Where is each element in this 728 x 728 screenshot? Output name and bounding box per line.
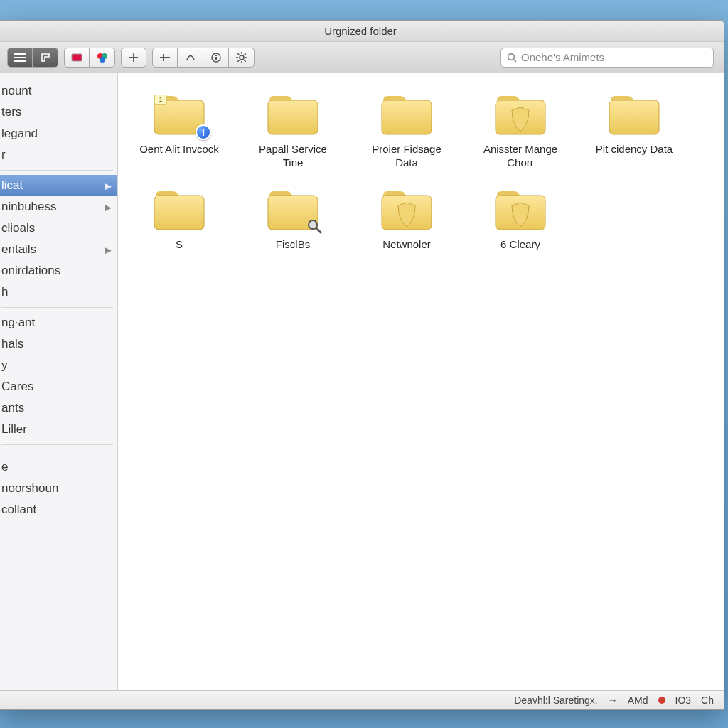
sidebar-item[interactable]: r	[0, 144, 117, 166]
folder-icon	[151, 188, 207, 232]
svg-point-7	[100, 57, 105, 63]
sidebar-item[interactable]: hals	[0, 333, 117, 355]
sidebar-item[interactable]: onirdations	[0, 260, 117, 282]
sidebar-separator	[1, 307, 113, 308]
magnify-badge-icon	[306, 218, 322, 234]
sidebar-item-label: ninbuhess	[1, 200, 57, 214]
sidebar-item-label: Cares	[1, 380, 33, 394]
folder-label: Oent Alit Invcock	[139, 143, 219, 156]
svg-rect-12	[215, 55, 217, 56]
folder-label: Pit cidency Data	[596, 143, 673, 156]
sidebar-item[interactable]: entails▶	[0, 239, 117, 260]
status-arrow-icon: →	[608, 695, 618, 706]
folder-item[interactable]: 1!Oent Alit Invcock	[134, 93, 225, 170]
tag-icon	[71, 53, 82, 62]
sidebar-item-label: licat	[1, 178, 23, 193]
folder-icon	[379, 188, 434, 232]
content-area[interactable]: 1!Oent Alit Invcock Papall Service Tine …	[118, 73, 724, 690]
gear-icon	[236, 52, 247, 63]
info-button[interactable]	[203, 48, 229, 68]
sidebar-item[interactable]: Cares	[0, 376, 117, 397]
sidebar-item-label: noorshoun	[1, 481, 58, 496]
svg-rect-3	[72, 54, 82, 61]
chevron-right-icon: ▶	[105, 245, 112, 255]
sidebar-item[interactable]: licat▶	[0, 175, 117, 196]
sidebar-item-label: clioals	[1, 221, 35, 235]
status-dot-icon	[658, 697, 665, 704]
status-bar: Deavhl:l Saretingx. → AMd IO3 Ch	[0, 690, 724, 709]
chevron-right-icon: ▶	[105, 202, 112, 213]
sidebar-item[interactable]: ninbuhess▶	[0, 196, 117, 218]
svg-rect-28	[609, 100, 659, 134]
svg-rect-26	[382, 100, 432, 134]
add-button[interactable]	[121, 48, 146, 68]
sidebar: nountterslegandrlicat▶ninbuhess▶clioalse…	[0, 73, 118, 690]
info-icon	[211, 53, 221, 63]
finder-window: Urgnized folder	[0, 20, 724, 710]
folder-icon	[265, 93, 321, 137]
path-view-button[interactable]	[33, 48, 58, 68]
svg-rect-1	[14, 57, 26, 58]
folder-icon	[379, 93, 434, 137]
folder-item[interactable]: Anisster Mange Chorr	[475, 93, 566, 170]
sidebar-item[interactable]: e	[0, 456, 117, 478]
search-field[interactable]	[500, 48, 714, 68]
sidebar-item-label: hals	[1, 337, 23, 351]
list-view-button[interactable]	[7, 48, 33, 68]
folder-item[interactable]: FisclBs	[247, 188, 338, 252]
svg-point-13	[240, 55, 244, 60]
sidebar-item[interactable]: ng·ant	[0, 312, 117, 333]
sidebar-item-label: ters	[1, 105, 21, 119]
folder-label: 6 Cleary	[500, 238, 540, 252]
sidebar-item-label: Liller	[1, 422, 27, 437]
tag-group	[64, 48, 115, 68]
folder-item[interactable]: S	[134, 188, 225, 252]
status-text-1: Deavhl:l Saretingx.	[514, 695, 598, 706]
folder-item[interactable]: Netwnoler	[361, 188, 452, 252]
tag-multi-button[interactable]	[90, 48, 115, 68]
tag-red-button[interactable]	[64, 48, 90, 68]
sidebar-item[interactable]: y	[0, 355, 117, 376]
folder-item[interactable]: 6 Cleary	[475, 188, 566, 252]
status-text-2: AMd	[628, 695, 648, 706]
tag-multi-icon	[97, 53, 108, 63]
sidebar-item-label: ng·ant	[1, 316, 35, 330]
sidebar-item[interactable]: ters	[0, 102, 117, 123]
svg-rect-29	[154, 196, 204, 230]
folder-item[interactable]: Pit cidency Data	[589, 93, 680, 170]
sidebar-item[interactable]: clioals	[0, 218, 117, 239]
folder-icon	[493, 93, 548, 137]
sidebar-item[interactable]: h	[0, 282, 117, 303]
sidebar-item[interactable]: ants	[0, 397, 117, 419]
sidebar-item[interactable]: collant	[0, 499, 117, 520]
sidebar-item[interactable]: noorshoun	[0, 478, 117, 499]
folder-label: Anisster Mange Chorr	[475, 143, 566, 170]
sidebar-item-label: y	[1, 358, 8, 373]
action-button-1[interactable]	[152, 48, 178, 68]
sidebar-item[interactable]: Liller	[0, 419, 117, 440]
chevron-right-icon: ▶	[105, 181, 112, 191]
connect-icon	[185, 53, 196, 62]
folder-item[interactable]: Proier Fidsage Data	[361, 93, 452, 170]
folder-label: S	[176, 238, 183, 252]
sidebar-item[interactable]: legand	[0, 123, 117, 144]
path-icon	[41, 53, 50, 63]
svg-rect-9	[163, 54, 164, 61]
list-view-icon	[14, 53, 26, 62]
folder-item[interactable]: Papall Service Tine	[247, 93, 338, 170]
action-button-2[interactable]	[178, 48, 203, 68]
gear-button[interactable]	[229, 48, 255, 68]
svg-rect-0	[14, 53, 26, 55]
sidebar-item-label: onirdations	[1, 264, 60, 278]
sidebar-item-label: h	[1, 285, 8, 299]
folder-label: FisclBs	[276, 238, 310, 252]
svg-rect-25	[268, 100, 318, 134]
svg-line-21	[244, 53, 245, 55]
svg-line-20	[237, 60, 239, 61]
sidebar-item-label: r	[1, 148, 6, 162]
sidebar-item[interactable]: nount	[0, 80, 117, 102]
search-input[interactable]	[521, 51, 707, 63]
svg-point-22	[508, 53, 515, 60]
sidebar-item[interactable]	[0, 449, 117, 456]
sidebar-item-label: legand	[1, 127, 38, 141]
